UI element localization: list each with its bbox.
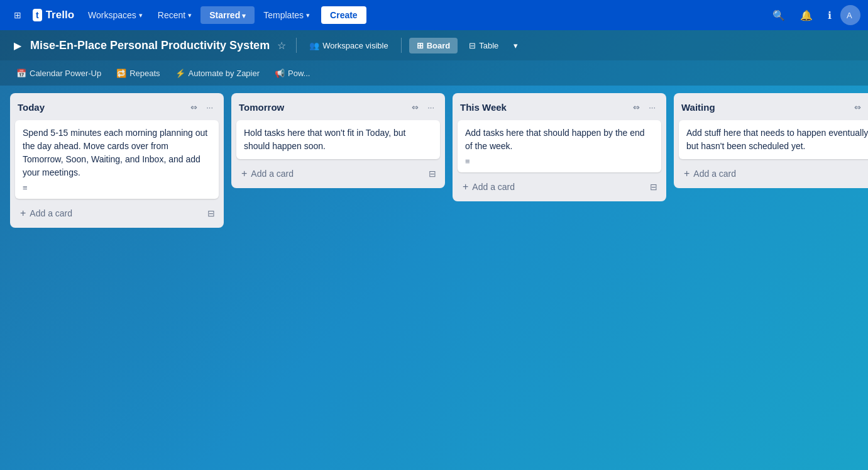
header-divider — [296, 38, 297, 53]
view-more-button[interactable]: ▾ — [510, 38, 522, 53]
card-text-waiting-1: Add stuff here that needs to happen even… — [686, 128, 868, 151]
plus-icon: + — [241, 168, 247, 179]
workspace-visible-label: Workspace visible — [322, 41, 388, 50]
repeats-label: Repeats — [129, 69, 160, 78]
automate-label: Automate by Zapier — [189, 69, 260, 78]
list-waiting: Waiting⇔···Add stuff here that needs to … — [674, 93, 868, 188]
card-week-1[interactable]: Add tasks here that should happen by the… — [458, 120, 661, 172]
list-title-waiting: Waiting — [681, 102, 851, 113]
avatar-button[interactable]: A — [840, 5, 860, 25]
list-collapse-button-today[interactable]: ⇔ — [187, 101, 201, 114]
table-view-label: Table — [479, 41, 498, 50]
template-icon: ⊟ — [207, 208, 215, 218]
more-powerups-button[interactable]: 📢 Pow... — [268, 66, 316, 81]
list-header-waiting: Waiting⇔··· — [679, 98, 868, 115]
list-actions-waiting: ⇔··· — [851, 101, 868, 114]
add-card-row-today: +Add a card⊟ — [15, 204, 219, 223]
add-from-template-button-tomorrow[interactable]: ⊟ — [425, 166, 440, 181]
template-icon: ⊟ — [650, 182, 657, 192]
grid-menu-button[interactable]: ⊞ — [8, 6, 28, 24]
add-card-row-tomorrow: +Add a card⊟ — [236, 164, 440, 183]
board-title: Mise-En-Place Personal Productivity Syst… — [30, 39, 270, 52]
card-tomorrow-1[interactable]: Hold tasks here that won't fit in Today,… — [236, 120, 440, 159]
recent-button[interactable]: Recent — [151, 6, 198, 24]
list-actions-today: ⇔··· — [187, 101, 216, 114]
list-title-this-week: This Week — [460, 102, 630, 113]
power-ups-toolbar: 📅 Calendar Power-Up 🔁 Repeats ⚡ Automate… — [0, 60, 868, 86]
add-card-row-waiting: +Add a card⊟ — [679, 164, 868, 183]
board-view-label: Board — [427, 41, 451, 50]
trello-logo-text: Trello — [46, 9, 74, 21]
card-text-today-1: Spend 5-15 minutes each morning planning… — [23, 128, 207, 177]
list-this-week: This Week⇔···Add tasks here that should … — [453, 93, 666, 201]
calendar-powerup-button[interactable]: 📅 Calendar Power-Up — [10, 66, 107, 81]
plus-icon: + — [463, 181, 468, 193]
list-menu-button-tomorrow[interactable]: ··· — [424, 101, 437, 114]
workspaces-button[interactable]: Workspaces — [82, 6, 149, 24]
list-collapse-button-tomorrow[interactable]: ⇔ — [409, 101, 422, 114]
add-from-template-button-today[interactable]: ⊟ — [204, 206, 219, 221]
card-text-week-1: Add tasks here that should happen by the… — [465, 128, 645, 151]
card-text-tomorrow-1: Hold tasks here that won't fit in Today,… — [244, 128, 405, 151]
add-card-button-today[interactable]: +Add a card — [15, 204, 204, 223]
card-description-icon-week-1: ≡ — [465, 157, 654, 166]
list-header-this-week: This Week⇔··· — [458, 98, 661, 115]
card-today-1[interactable]: Spend 5-15 minutes each morning planning… — [15, 120, 219, 199]
list-header-today: Today⇔··· — [15, 98, 219, 115]
templates-button[interactable]: Templates — [257, 6, 316, 24]
top-navigation: ⊞ t Trello Workspaces Recent Starred Tem… — [0, 0, 868, 30]
card-waiting-1[interactable]: Add stuff here that needs to happen even… — [679, 120, 868, 159]
create-button[interactable]: Create — [321, 6, 366, 24]
template-icon: ⊟ — [429, 169, 436, 179]
automate-icon: ⚡ — [175, 69, 185, 78]
list-header-tomorrow: Tomorrow⇔··· — [236, 98, 440, 115]
board-content: Today⇔···Spend 5-15 minutes each morning… — [0, 86, 868, 235]
list-title-tomorrow: Tomorrow — [239, 102, 409, 113]
trello-logo[interactable]: t Trello — [33, 9, 74, 21]
board-view-icon: ⊞ — [417, 41, 424, 50]
calendar-icon: 📅 — [16, 69, 26, 78]
list-actions-tomorrow: ⇔··· — [409, 101, 437, 114]
list-collapse-button-this-week[interactable]: ⇔ — [630, 101, 643, 114]
table-view-button[interactable]: ⊟ Table — [463, 38, 505, 53]
add-from-template-button-this-week[interactable]: ⊟ — [646, 179, 661, 194]
add-card-button-tomorrow[interactable]: +Add a card — [236, 164, 425, 183]
info-button[interactable]: ℹ — [821, 6, 838, 25]
board-view-button[interactable]: ⊞ Board — [409, 38, 458, 53]
search-button[interactable]: 🔍 — [766, 6, 791, 25]
list-collapse-button-waiting[interactable]: ⇔ — [851, 101, 864, 114]
trello-logo-icon: t — [33, 9, 42, 21]
card-description-icon-today-1: ≡ — [23, 183, 211, 193]
notifications-button[interactable]: 🔔 — [794, 6, 819, 25]
automate-zapier-button[interactable]: ⚡ Automate by Zapier — [169, 66, 266, 81]
list-tomorrow: Tomorrow⇔···Hold tasks here that won't f… — [231, 93, 445, 188]
table-view-icon: ⊟ — [469, 41, 476, 50]
list-menu-button-this-week[interactable]: ··· — [646, 101, 659, 114]
plus-icon: + — [20, 208, 26, 219]
repeats-icon: 🔁 — [116, 69, 126, 78]
workspace-visible-button[interactable]: 👥 Workspace visible — [304, 38, 393, 53]
add-card-button-waiting[interactable]: +Add a card — [679, 164, 867, 183]
list-title-today: Today — [18, 102, 187, 113]
plus-icon: + — [684, 168, 689, 179]
workspace-visible-icon: 👥 — [309, 41, 319, 50]
list-actions-this-week: ⇔··· — [630, 101, 659, 114]
list-today: Today⇔···Spend 5-15 minutes each morning… — [10, 93, 224, 228]
add-card-button-this-week[interactable]: +Add a card — [458, 177, 646, 196]
starred-button[interactable]: Starred — [201, 6, 255, 24]
board-header: ▶ Mise-En-Place Personal Productivity Sy… — [0, 30, 868, 60]
repeats-button[interactable]: 🔁 Repeats — [110, 66, 166, 81]
star-board-button[interactable]: ☆ — [275, 37, 288, 54]
calendar-label: Calendar Power-Up — [30, 69, 101, 78]
pow-label: Pow... — [288, 69, 310, 78]
add-card-row-this-week: +Add a card⊟ — [458, 177, 661, 196]
collapse-sidebar-button[interactable]: ▶ — [10, 37, 25, 54]
powerup-icon: 📢 — [275, 69, 285, 78]
list-menu-button-today[interactable]: ··· — [203, 101, 216, 114]
header-divider-2 — [401, 38, 402, 53]
